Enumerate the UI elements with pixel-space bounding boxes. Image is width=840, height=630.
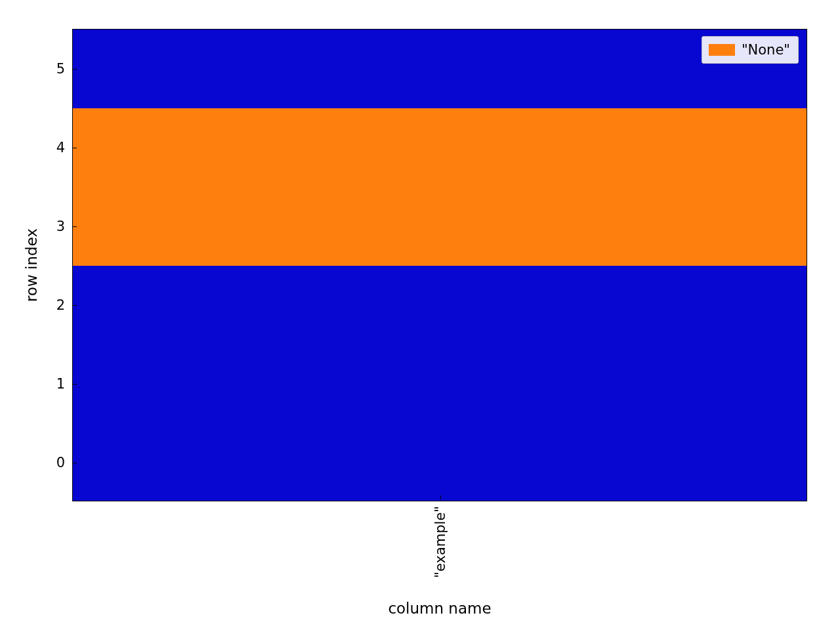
heatmap-cell [73, 187, 807, 266]
legend-label: "None" [742, 42, 790, 58]
heatmap-cell [73, 423, 807, 501]
legend: "None" [702, 36, 799, 64]
heatmap-plot [73, 30, 807, 501]
y-tick-label: 2 [56, 297, 65, 313]
y-tick-label: 0 [56, 455, 65, 471]
heatmap-cell [73, 345, 807, 423]
figure: "None" 012345"example" row index column … [0, 0, 840, 630]
axes: "None" 012345"example" [72, 29, 807, 501]
x-axis-label: column name [388, 600, 491, 617]
heatmap-cell [73, 108, 807, 187]
y-tick: 5 [56, 61, 73, 77]
legend-swatch [709, 44, 735, 56]
y-tick: 1 [56, 376, 73, 392]
x-tick-label: "example" [432, 506, 448, 578]
heatmap-cell [73, 30, 807, 108]
y-axis-label: row index [23, 228, 40, 302]
heatmap-cell [73, 266, 807, 345]
y-tick-label: 5 [56, 61, 65, 77]
legend-item: "None" [709, 42, 790, 58]
y-tick-label: 4 [56, 140, 65, 156]
y-tick: 2 [56, 297, 73, 313]
y-tick: 4 [56, 140, 73, 156]
y-tick-label: 1 [56, 376, 65, 392]
y-tick-label: 3 [56, 219, 65, 234]
y-tick: 0 [56, 455, 73, 471]
x-tick: "example" [432, 501, 448, 581]
y-tick: 3 [56, 219, 73, 234]
